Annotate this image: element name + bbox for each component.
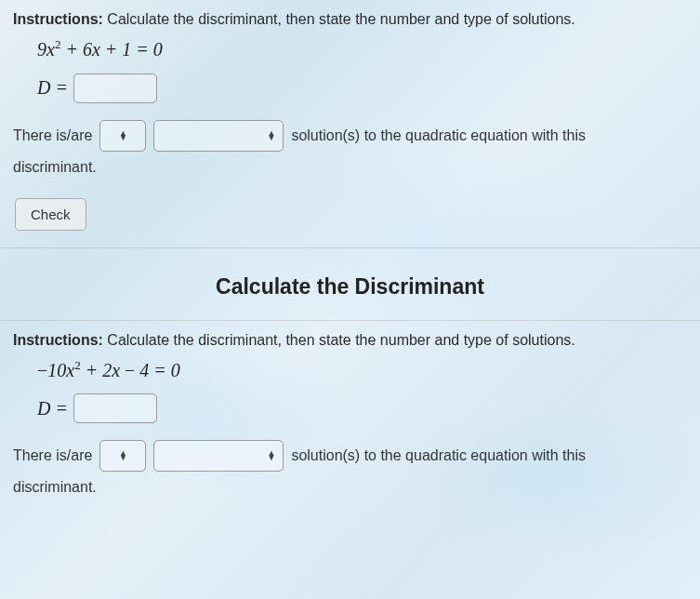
sentence-after: solution(s) to the quadratic equation wi… <box>291 127 586 144</box>
stepper-arrows-icon: ▲▼ <box>267 131 275 140</box>
stepper-arrows-icon: ▲▼ <box>267 451 275 460</box>
instructions-label-2: Instructions: <box>13 332 103 348</box>
count-stepper-2[interactable]: ▲▼ <box>99 440 146 472</box>
sentence-end-2: discriminant. <box>13 479 97 496</box>
type-stepper-2[interactable]: ▲▼ <box>153 440 284 472</box>
d-label: D = <box>37 77 68 99</box>
stepper-arrows-icon: ▲▼ <box>119 131 127 140</box>
d-label-2: D = <box>37 398 68 419</box>
discriminant-input-1[interactable] <box>73 73 157 103</box>
sentence-row-1: There is/are ▲▼ ▲▼ solution(s) to the qu… <box>13 120 687 152</box>
discriminant-row-1: D = <box>37 73 687 103</box>
instructions-text-2: Calculate the discriminant, then state t… <box>103 332 575 348</box>
check-button[interactable]: Check <box>15 198 86 231</box>
sentence-after-2: solution(s) to the quadratic equation wi… <box>291 447 586 464</box>
sentence-end: discriminant. <box>13 159 97 176</box>
count-stepper-1[interactable]: ▲▼ <box>99 120 146 152</box>
stepper-arrows-icon: ▲▼ <box>119 451 127 460</box>
instructions-line-2: Instructions: Calculate the discriminant… <box>13 332 687 349</box>
problem-2: Instructions: Calculate the discriminant… <box>0 321 700 521</box>
type-stepper-1[interactable]: ▲▼ <box>153 120 284 152</box>
instructions-line: Instructions: Calculate the discriminant… <box>13 11 687 28</box>
equation-2: −10x2 + 2x − 4 = 0 <box>37 358 687 381</box>
sentence-row-2: There is/are ▲▼ ▲▼ solution(s) to the qu… <box>13 440 687 472</box>
sentence-end-row-2: discriminant. <box>13 479 687 496</box>
instructions-label: Instructions: <box>13 11 103 27</box>
section-heading: Calculate the Discriminant <box>0 247 700 320</box>
equation-1: 9x2 + 6x + 1 = 0 <box>37 37 687 60</box>
sentence-end-row-1: discriminant. <box>13 159 687 176</box>
discriminant-row-2: D = <box>37 393 687 423</box>
discriminant-input-2[interactable] <box>73 393 157 423</box>
sentence-before-2: There is/are <box>13 447 92 464</box>
sentence-before: There is/are <box>13 127 92 144</box>
problem-1: Instructions: Calculate the discriminant… <box>0 0 700 247</box>
instructions-text: Calculate the discriminant, then state t… <box>103 11 575 27</box>
